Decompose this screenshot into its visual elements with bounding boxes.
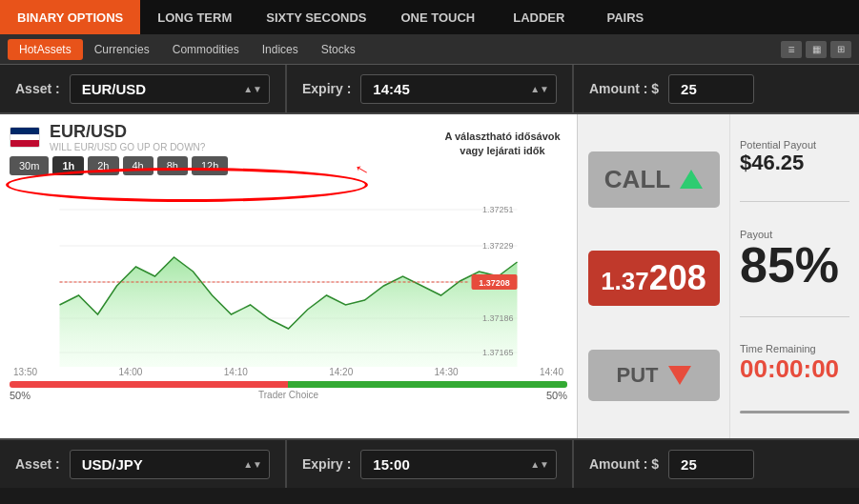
- put-button[interactable]: PUT: [588, 350, 720, 401]
- subnav-indices[interactable]: Indices: [251, 39, 310, 60]
- bottom-expiry-field-group: Expiry : 15:00 ▲▼: [287, 440, 574, 488]
- time-btn-12h[interactable]: 12h: [192, 156, 228, 175]
- nav-ladder[interactable]: LADDER: [492, 0, 585, 34]
- time-remaining-stat: Time Remaining 00:00:00: [740, 343, 849, 384]
- bottom-asset-field-group: Asset : USD/JPY ▲▼: [0, 440, 287, 488]
- call-label: CALL: [604, 165, 670, 194]
- call-put-col: CALL 1.37208 PUT: [578, 114, 730, 438]
- time-btn-1h[interactable]: 1h: [52, 156, 84, 175]
- time-btn-30m[interactable]: 30m: [10, 156, 49, 175]
- view-grid-small-icon[interactable]: ▦: [806, 41, 827, 58]
- bottom-expiry-label: Expiry :: [302, 456, 351, 472]
- bottom-amount-field-group: Amount : $: [574, 440, 859, 488]
- nav-pairs[interactable]: PAIRS: [585, 0, 665, 34]
- view-grid-large-icon[interactable]: ⊞: [830, 41, 851, 58]
- bottom-asset-label: Asset :: [15, 456, 60, 472]
- nav-long-term[interactable]: LONG TERM: [140, 0, 249, 34]
- svg-text:1.37186: 1.37186: [482, 313, 514, 323]
- asset-select[interactable]: EUR/USD: [70, 74, 270, 104]
- stats-col: Potential Payout $46.25 Payout 85% Time …: [730, 114, 859, 438]
- svg-text:1.37208: 1.37208: [479, 278, 510, 288]
- chart-flag: [10, 127, 40, 148]
- nav-one-touch[interactable]: ONE TOUCH: [383, 0, 492, 34]
- potential-payout-stat: Potential Payout $46.25: [740, 139, 849, 175]
- time-btn-2h[interactable]: 2h: [88, 156, 118, 175]
- x-label-1420: 14:20: [329, 367, 353, 377]
- potential-payout-value: $46.25: [740, 151, 849, 175]
- expiry-select[interactable]: 14:45: [360, 74, 557, 104]
- time-btn-8h[interactable]: 8h: [157, 156, 188, 175]
- x-label-1400: 14:00: [118, 367, 142, 377]
- put-arrow-down-icon: [668, 366, 691, 385]
- price-display: 1.37208: [588, 251, 720, 306]
- payout-stat: Payout 85%: [740, 229, 849, 290]
- subnav-currencies[interactable]: Currencies: [83, 39, 161, 60]
- expiry-label: Expiry :: [302, 81, 351, 96]
- svg-text:1.37165: 1.37165: [482, 348, 514, 357]
- chart-title: EUR/USD: [50, 122, 205, 142]
- top-nav: BINARY OPTIONS LONG TERM SIXTY SECONDS O…: [0, 0, 859, 34]
- main-fields-row: Asset : EUR/USD ▲▼ Expiry : 14:45 ▲▼ Amo…: [0, 65, 859, 114]
- price-chart: 1.37251 1.37229 1.37208 1.37186 1.37165 …: [10, 181, 567, 367]
- amount-field-group: Amount : $: [574, 65, 859, 112]
- x-label-1440: 14:40: [540, 367, 563, 377]
- bottom-expiry-select[interactable]: 15:00: [360, 450, 557, 479]
- annotation-text: A választható idősávokvagy lejárati idők: [436, 128, 569, 161]
- subnav-stocks[interactable]: Stocks: [310, 39, 367, 60]
- x-label-1410: 14:10: [224, 367, 248, 377]
- trader-center-label: Trader Choice: [258, 390, 318, 401]
- svg-text:1.37229: 1.37229: [482, 241, 514, 251]
- potential-payout-label: Potential Payout: [740, 139, 849, 151]
- amount-label: Amount : $: [589, 81, 659, 96]
- subnav-commodities[interactable]: Commodities: [161, 39, 251, 60]
- trader-left-pct: 50%: [10, 390, 31, 401]
- time-btn-4h[interactable]: 4h: [123, 156, 153, 175]
- asset-label: Asset :: [15, 81, 60, 96]
- expiry-field-group: Expiry : 14:45 ▲▼: [287, 65, 574, 112]
- sub-nav: HotAssets Currencies Commodities Indices…: [0, 34, 859, 65]
- call-button[interactable]: CALL: [588, 151, 720, 208]
- subnav-hotassets[interactable]: HotAssets: [8, 39, 83, 60]
- time-remaining-label: Time Remaining: [740, 343, 849, 354]
- trading-section: CALL 1.37208 PUT Potential Payout $46.25…: [578, 114, 859, 438]
- bottom-fields-row: Asset : USD/JPY ▲▼ Expiry : 15:00 ▲▼ Amo…: [0, 438, 859, 488]
- x-label-1430: 14:30: [435, 367, 459, 377]
- amount-input[interactable]: [668, 74, 754, 104]
- view-list-icon[interactable]: ≡: [781, 41, 802, 58]
- call-arrow-up-icon: [680, 170, 703, 189]
- trader-right-pct: 50%: [546, 390, 567, 401]
- nav-sixty-seconds[interactable]: SIXTY SECONDS: [249, 0, 383, 34]
- time-remaining-value: 00:00:00: [740, 354, 849, 384]
- bottom-asset-select[interactable]: USD/JPY: [70, 450, 270, 479]
- x-label-1350: 13:50: [13, 367, 37, 377]
- main-content: EUR/USD WILL EUR/USD GO UP OR DOWN? A vá…: [0, 114, 859, 438]
- svg-text:1.37251: 1.37251: [482, 205, 514, 214]
- chart-section: EUR/USD WILL EUR/USD GO UP OR DOWN? A vá…: [0, 114, 578, 438]
- asset-field-group: Asset : EUR/USD ▲▼: [0, 65, 287, 112]
- nav-binary-options[interactable]: BINARY OPTIONS: [0, 0, 140, 34]
- bottom-amount-label: Amount : $: [589, 456, 659, 472]
- bottom-amount-input[interactable]: [668, 450, 754, 479]
- payout-value: 85%: [740, 240, 849, 290]
- put-label: PUT: [617, 363, 659, 388]
- chart-subtitle: WILL EUR/USD GO UP OR DOWN?: [50, 142, 205, 152]
- trader-bar-container: 50% Trader Choice 50%: [10, 381, 567, 401]
